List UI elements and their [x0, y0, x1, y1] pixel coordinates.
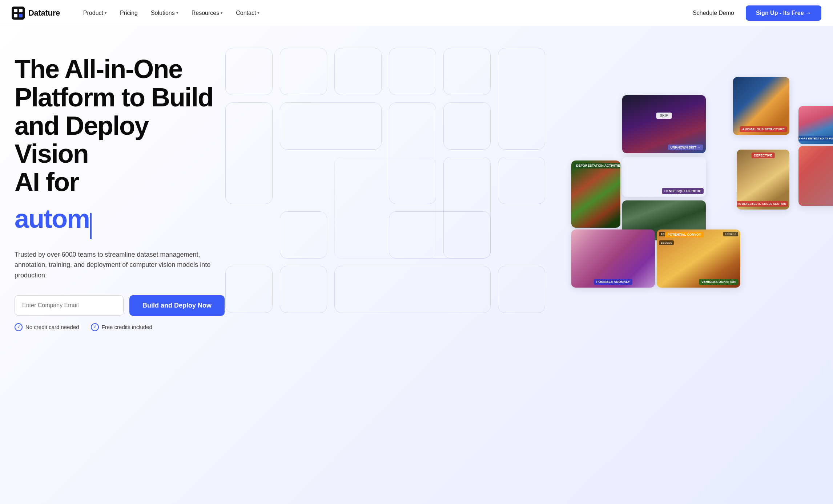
check-icon — [91, 323, 99, 331]
hero-visual: SKIP UNKNOWN DIST → ANOMALOUS STRUCTURE … — [542, 37, 833, 320]
structure-label: ANOMALOUS STRUCTURE — [740, 126, 787, 132]
svg-rect-4 — [19, 14, 23, 17]
nav-item-contact[interactable]: Contact ▾ — [230, 7, 265, 19]
chevron-down-icon: ▾ — [105, 11, 107, 15]
anomaly-label: POSSIBLE ANOMALY — [594, 279, 632, 285]
image-card-ships: MULTIPLE SHIPS DETECTED AT PORT C — [798, 106, 833, 144]
nav-item-pricing[interactable]: Pricing — [114, 7, 144, 19]
svg-rect-2 — [19, 9, 23, 12]
chevron-down-icon: ▾ — [176, 11, 178, 15]
image-card-cell-anomaly: POSSIBLE ANOMALY — [571, 229, 655, 288]
nav-item-solutions[interactable]: Solutions ▾ — [145, 7, 184, 19]
logo-text: Datature — [28, 8, 60, 18]
hero-title: The All-in-One Platform to Build and Dep… — [15, 55, 225, 196]
logo-icon — [12, 7, 25, 20]
nav-item-product[interactable]: Product ▾ — [77, 7, 113, 19]
badge-no-credit-card: No credit card needed — [15, 323, 79, 331]
image-card-ships-2 — [798, 146, 833, 206]
email-input[interactable] — [15, 295, 124, 316]
ships-label: MULTIPLE SHIPS DETECTED AT PORT C — [798, 136, 833, 141]
hero-section: The All-in-One Platform to Build and Dep… — [0, 26, 833, 504]
badge-free-credits: Free credits included — [91, 323, 152, 331]
chevron-down-icon: ▾ — [221, 11, 223, 15]
image-card-roof: DENSE SQFT OF ROOF — [622, 157, 706, 197]
convoy-label: POTENTIAL CONVOY — [665, 232, 704, 237]
image-card-satellite-large: SKIP UNKNOWN DIST → — [622, 95, 706, 153]
image-card-vehicles: 12:18:80 13:37:10 15:20:30 VEHICLES DURA… — [657, 229, 740, 288]
signup-button[interactable]: Sign Up - Its Free → — [746, 5, 821, 21]
image-card-cross-section: DEFECTIVE DEFECTS DETECTED IN CROSS SECT… — [737, 150, 789, 210]
roof-label: DENSE SQFT OF ROOF — [662, 188, 704, 194]
hero-typed-line: autom — [15, 204, 225, 239]
svg-rect-1 — [14, 9, 17, 12]
image-cards: SKIP UNKNOWN DIST → ANOMALOUS STRUCTURE … — [542, 37, 833, 320]
nav-actions: Schedule Demo Sign Up - Its Free → — [687, 5, 821, 21]
deforestation-label: DEFORESTATION ACTIVITIES — [574, 163, 620, 168]
chevron-down-icon: ▾ — [257, 11, 259, 15]
hero-cta: Build and Deploy Now — [15, 295, 225, 316]
typing-cursor — [90, 213, 92, 239]
hero-subtitle: Trusted by over 6000 teams to streamline… — [15, 249, 211, 281]
image-card-structure: ANOMALOUS STRUCTURE — [733, 77, 789, 135]
logo[interactable]: Datature — [12, 7, 60, 20]
hero-badges: No credit card needed Free credits inclu… — [15, 323, 225, 331]
svg-rect-0 — [12, 7, 25, 20]
navbar: Datature Product ▾ Pricing Solutions ▾ R… — [0, 0, 833, 26]
time-label-3: 15:20:30 — [659, 240, 674, 245]
skip-label: SKIP — [656, 113, 672, 119]
typed-text: autom — [15, 204, 89, 233]
cross-section-label: DEFECTS DETECTED IN CROSS SECTION — [737, 201, 788, 207]
vehicles-label: VEHICLES DURATION — [699, 279, 738, 285]
check-icon — [15, 323, 23, 331]
image-card-deforestation: DEFORESTATION ACTIVITIES — [571, 160, 620, 228]
nav-links: Product ▾ Pricing Solutions ▾ Resources … — [77, 7, 687, 19]
unknown-label: UNKNOWN DIST → — [668, 145, 703, 150]
schedule-demo-link[interactable]: Schedule Demo — [687, 7, 740, 19]
nav-item-resources[interactable]: Resources ▾ — [186, 7, 229, 19]
time-label-2: 13:37:10 — [723, 232, 738, 236]
svg-rect-3 — [14, 14, 17, 17]
hero-content: The All-in-One Platform to Build and Dep… — [0, 26, 225, 353]
cta-button[interactable]: Build and Deploy Now — [129, 295, 225, 316]
